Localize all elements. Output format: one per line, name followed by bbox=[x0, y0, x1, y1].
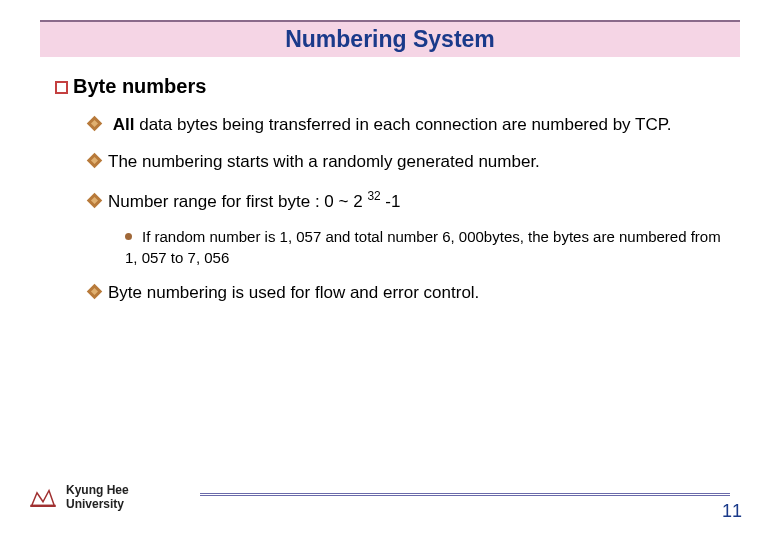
superscript: 32 bbox=[367, 189, 380, 203]
slide-title: Numbering System bbox=[285, 26, 495, 52]
square-bullet-icon bbox=[55, 81, 68, 94]
university-name-line1: Kyung Hee bbox=[66, 484, 129, 498]
diamond-bullet-icon bbox=[87, 192, 103, 208]
point-text: Byte numbering is used for flow and erro… bbox=[108, 283, 479, 302]
point-text: The numbering starts with a randomly gen… bbox=[108, 152, 540, 171]
university-logo-icon bbox=[28, 486, 58, 510]
diamond-bullet-icon bbox=[87, 116, 103, 132]
footer-divider bbox=[200, 493, 730, 496]
diamond-bullet-icon bbox=[87, 284, 103, 300]
point-text: -1 bbox=[381, 192, 401, 211]
dot-bullet-icon bbox=[125, 233, 132, 240]
bullet-point: Byte numbering is used for flow and erro… bbox=[89, 282, 725, 305]
heading-text: Byte numbers bbox=[73, 75, 206, 97]
diamond-bullet-icon bbox=[87, 153, 103, 169]
bullet-point: All data bytes being transferred in each… bbox=[89, 114, 725, 137]
university-name: Kyung Hee University bbox=[66, 484, 129, 512]
sub-bullet-point: If random number is 1, 057 and total num… bbox=[125, 227, 725, 268]
svg-rect-0 bbox=[30, 505, 56, 507]
footer-logo-block: Kyung Hee University bbox=[28, 484, 129, 512]
sub-point-text: If random number is 1, 057 and total num… bbox=[125, 228, 721, 265]
point-text: data bytes being transferred in each con… bbox=[134, 115, 671, 134]
bullet-point: Number range for first byte : 0 ~ 2 32 -… bbox=[89, 188, 725, 214]
point-text-bold: All bbox=[113, 115, 135, 134]
point-text: Number range for first byte : 0 ~ 2 bbox=[108, 192, 367, 211]
slide-title-bar: Numbering System bbox=[40, 20, 740, 57]
section-heading: Byte numbers bbox=[55, 75, 725, 98]
university-name-line2: University bbox=[66, 498, 129, 512]
slide-content: Byte numbers All data bytes being transf… bbox=[0, 57, 780, 305]
bullet-point: The numbering starts with a randomly gen… bbox=[89, 151, 725, 174]
page-number: 11 bbox=[722, 501, 742, 522]
